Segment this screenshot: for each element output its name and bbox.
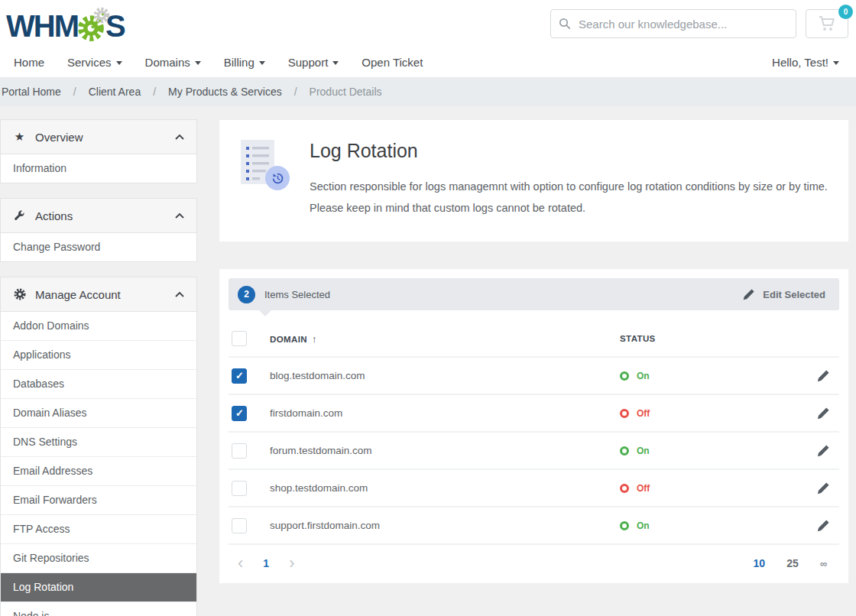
sidebar-item-email-forwarders[interactable]: Email Forwarders bbox=[1, 486, 196, 515]
sidebar-item-nodejs[interactable]: Node.js bbox=[1, 602, 196, 616]
column-header-domain[interactable]: DOMAIN↑ bbox=[270, 333, 620, 345]
main-content: Log Rotation Section responsible for log… bbox=[219, 120, 848, 616]
knowledgebase-search bbox=[550, 9, 796, 38]
edit-row-button[interactable] bbox=[816, 444, 830, 458]
table-header-row: DOMAIN↑ STATUS bbox=[229, 321, 839, 356]
selection-bar-notch bbox=[259, 310, 271, 316]
panel-header-manage-account[interactable]: Manage Account bbox=[0, 277, 197, 312]
star-icon: ★ bbox=[13, 130, 26, 144]
sidebar-item-dns-settings[interactable]: DNS Settings bbox=[1, 428, 196, 457]
status-indicator: Off bbox=[620, 408, 807, 419]
page-size-selector: 10 25 ∞ bbox=[754, 557, 827, 569]
sidebar: ★ Overview Information bbox=[0, 120, 197, 616]
domain-cell: blog.testdomain.com bbox=[270, 370, 620, 381]
top-header: WHM S bbox=[0, 0, 856, 47]
nav-domains[interactable]: Domains bbox=[145, 56, 201, 69]
nav-open-ticket[interactable]: Open Ticket bbox=[362, 56, 423, 69]
pencil-icon bbox=[816, 444, 830, 458]
cart-count-badge: 0 bbox=[838, 5, 853, 19]
sidebar-item-ftp-access[interactable]: FTP Access bbox=[1, 515, 196, 544]
sidebar-item-domain-aliases[interactable]: Domain Aliases bbox=[1, 399, 196, 428]
nav-support[interactable]: Support bbox=[288, 56, 339, 69]
row-checkbox[interactable] bbox=[232, 518, 247, 533]
domain-cell: support.firstdomain.com bbox=[270, 520, 620, 531]
next-page-button[interactable]: › bbox=[289, 556, 294, 571]
column-header-status[interactable]: STATUS bbox=[620, 334, 807, 343]
edit-row-button[interactable] bbox=[816, 519, 830, 533]
cart-button[interactable]: 0 bbox=[806, 9, 848, 38]
search-icon bbox=[559, 18, 571, 30]
page-title: Log Rotation bbox=[310, 140, 830, 162]
status-indicator: On bbox=[620, 446, 807, 456]
gray-gear-icon bbox=[93, 7, 110, 24]
status-ring-icon bbox=[620, 521, 629, 530]
status-ring-icon bbox=[620, 371, 629, 381]
table-row: support.firstdomain.com On bbox=[229, 506, 839, 543]
table-row: shop.testdomain.com Off bbox=[229, 468, 839, 506]
chevron-up-icon bbox=[175, 212, 184, 219]
sort-ascending-icon: ↑ bbox=[312, 333, 317, 345]
sidebar-item-addon-domains[interactable]: Addon Domains bbox=[1, 312, 196, 341]
page-number[interactable]: 1 bbox=[263, 557, 269, 569]
page-title-card: Log Rotation Section responsible for log… bbox=[219, 120, 848, 242]
panel-header-actions[interactable]: Actions bbox=[0, 198, 197, 233]
table-row: blog.testdomain.com On bbox=[229, 356, 839, 394]
chevron-down-icon bbox=[833, 61, 839, 65]
breadcrumb-product-details: Product Details bbox=[303, 86, 388, 98]
pencil-icon bbox=[742, 288, 755, 301]
nav-billing[interactable]: Billing bbox=[224, 56, 265, 69]
prev-page-button[interactable]: ‹ bbox=[238, 556, 243, 571]
nav-services[interactable]: Services bbox=[67, 56, 122, 69]
edit-row-button[interactable] bbox=[816, 407, 830, 420]
sidebar-panel-actions: Actions Change Password bbox=[0, 198, 197, 262]
panel-header-overview[interactable]: ★ Overview bbox=[0, 119, 197, 154]
chevron-down-icon bbox=[259, 61, 265, 65]
selection-bar: 2 Items Selected Edit Selected bbox=[229, 278, 839, 310]
breadcrumb-client-area[interactable]: Client Area bbox=[83, 86, 162, 98]
table-row: firstdomain.com Off bbox=[229, 394, 839, 431]
table-row: forum.testdomain.com On bbox=[229, 431, 839, 468]
edit-row-button[interactable] bbox=[816, 481, 830, 495]
page-size-25[interactable]: 25 bbox=[786, 557, 799, 569]
search-input[interactable] bbox=[579, 18, 788, 31]
breadcrumb-portal-home[interactable]: Portal Home bbox=[2, 86, 83, 98]
chevron-down-icon bbox=[332, 61, 339, 65]
sidebar-item-information[interactable]: Information bbox=[1, 154, 196, 183]
pagination: ‹ 1 › bbox=[238, 556, 294, 571]
chevron-down-icon bbox=[195, 61, 201, 65]
status-indicator: On bbox=[620, 371, 807, 381]
nav-home[interactable]: Home bbox=[14, 56, 44, 69]
selected-items-label: Items Selected bbox=[264, 289, 733, 300]
sidebar-panel-overview: ★ Overview Information bbox=[0, 119, 197, 183]
breadcrumb-my-products[interactable]: My Products & Services bbox=[162, 86, 303, 98]
sidebar-item-databases[interactable]: Databases bbox=[1, 370, 196, 399]
sidebar-item-applications[interactable]: Applications bbox=[1, 341, 196, 370]
gear-icon bbox=[13, 288, 26, 300]
status-indicator: On bbox=[620, 520, 807, 531]
chevron-up-icon bbox=[175, 134, 184, 140]
whmcs-logo[interactable]: WHM S bbox=[6, 8, 125, 42]
logo-text-whm: WHM bbox=[6, 10, 78, 42]
row-checkbox[interactable] bbox=[232, 368, 247, 384]
row-checkbox[interactable] bbox=[232, 481, 247, 496]
status-ring-icon bbox=[620, 409, 629, 418]
sidebar-item-change-password[interactable]: Change Password bbox=[1, 233, 196, 261]
sidebar-item-log-rotation[interactable]: Log Rotation bbox=[1, 573, 196, 602]
sidebar-item-email-addresses[interactable]: Email Addresses bbox=[1, 457, 196, 486]
whmcs-client-area-page: WHM S bbox=[0, 0, 856, 616]
edit-row-button[interactable] bbox=[816, 369, 830, 383]
page-size-all[interactable]: ∞ bbox=[820, 558, 827, 569]
status-indicator: Off bbox=[620, 483, 807, 494]
wrench-icon bbox=[13, 210, 26, 222]
nav-user-menu[interactable]: Hello, Test! bbox=[772, 56, 839, 69]
cart-icon bbox=[818, 15, 836, 32]
row-checkbox[interactable] bbox=[232, 443, 247, 459]
edit-selected-button[interactable]: Edit Selected bbox=[742, 288, 825, 301]
sidebar-item-git-repositories[interactable]: Git Repositories bbox=[1, 544, 196, 573]
sidebar-panel-manage-account: Manage Account Addon Domains Application… bbox=[0, 277, 197, 616]
row-checkbox[interactable] bbox=[232, 406, 247, 421]
log-rotation-table-card: 2 Items Selected Edit Selected bbox=[219, 269, 848, 583]
page-size-10[interactable]: 10 bbox=[754, 557, 766, 569]
chevron-down-icon bbox=[116, 61, 122, 65]
select-all-checkbox[interactable] bbox=[232, 331, 247, 346]
